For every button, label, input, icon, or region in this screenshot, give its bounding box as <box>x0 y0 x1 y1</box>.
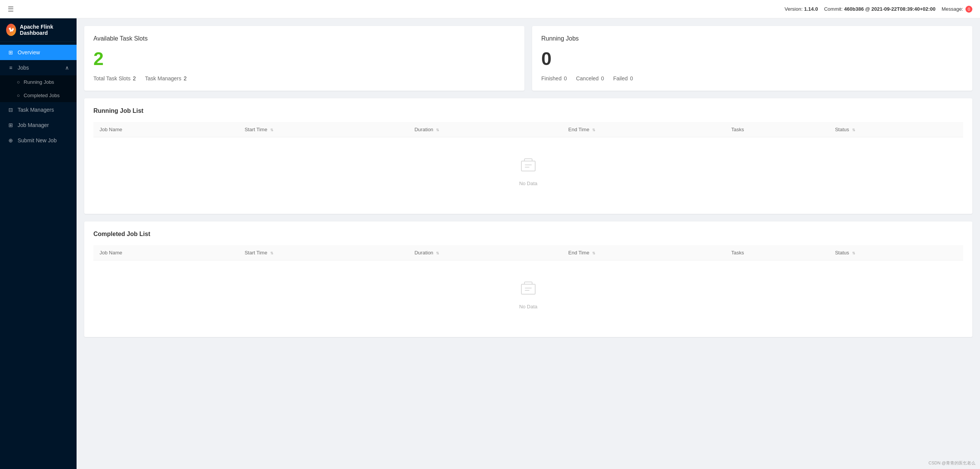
overview-cards: Available Task Slots 2 Total Task Slots … <box>84 26 972 91</box>
commit-info: Commit: 460b386 @ 2021-09-22T08:39:40+02… <box>824 6 936 12</box>
running-jobs-stats: Finished 0 Canceled 0 Failed 0 <box>541 75 963 81</box>
available-task-slots-count: 2 <box>93 48 515 69</box>
completed-job-table-header-row: Job Name Start Time ⇅ Duration ⇅ End Tim… <box>93 245 963 261</box>
completed-job-list-section: Completed Job List Job Name Start Time ⇅… <box>84 221 972 337</box>
col-start-time[interactable]: Start Time ⇅ <box>238 122 408 137</box>
hamburger-icon[interactable]: ☰ <box>8 5 14 13</box>
jobs-children: ○ Running Jobs ○ Completed Jobs <box>0 75 77 102</box>
header-left: ☰ <box>8 5 14 13</box>
sidebar-item-running-jobs[interactable]: ○ Running Jobs <box>0 75 77 89</box>
completed-col-tasks: Tasks <box>725 245 829 261</box>
chevron-up-icon: ∧ <box>65 65 69 71</box>
sidebar-item-overview[interactable]: ⊞ Overview <box>0 45 77 60</box>
col-status[interactable]: Status ⇅ <box>829 122 963 137</box>
completed-job-table-head: Job Name Start Time ⇅ Duration ⇅ End Tim… <box>93 245 963 261</box>
sidebar-logo: 🐿 Apache Flink Dashboard <box>0 18 77 42</box>
sidebar-group-jobs: ≡ Jobs ∧ ○ Running Jobs ○ Completed Jobs <box>0 60 77 102</box>
finished-value: 0 <box>564 75 567 81</box>
canceled-value: 0 <box>601 75 604 81</box>
failed-stat: Failed 0 <box>613 75 633 81</box>
job-manager-label: Job Manager <box>18 122 49 128</box>
completed-col-status[interactable]: Status ⇅ <box>829 245 963 261</box>
running-job-list-title: Running Job List <box>93 107 963 114</box>
completed-job-no-data: No Data <box>93 261 963 328</box>
running-jobs-icon: ○ <box>17 79 20 85</box>
running-job-table: Job Name Start Time ⇅ Duration ⇅ End Tim… <box>93 122 963 137</box>
jobs-label: Jobs <box>18 65 29 71</box>
task-managers-stat: Task Managers 2 <box>145 75 187 81</box>
svg-rect-0 <box>521 161 535 171</box>
watermark-text: CSDN @青青的医乞老么 <box>929 461 975 465</box>
completed-col-start-time[interactable]: Start Time ⇅ <box>238 245 408 261</box>
task-managers-stat-value: 2 <box>184 75 187 81</box>
sidebar-item-submit-new-job[interactable]: ⊕ Submit New Job <box>0 133 77 148</box>
version-info: Version: 1.14.0 <box>785 6 818 12</box>
running-jobs-card-title: Running Jobs <box>541 35 963 42</box>
total-task-slots-value: 2 <box>133 75 136 81</box>
job-manager-icon: ⊞ <box>8 122 14 128</box>
col-end-time[interactable]: End Time ⇅ <box>562 122 725 137</box>
completed-col-job-name: Job Name <box>93 245 238 261</box>
commit-value: 460b386 @ 2021-09-22T08:39:40+02:00 <box>844 6 936 12</box>
completed-no-data-icon <box>519 279 537 301</box>
overview-label: Overview <box>18 49 40 55</box>
available-task-slots-card: Available Task Slots 2 Total Task Slots … <box>84 26 524 91</box>
no-data-icon <box>519 156 537 178</box>
finished-label: Finished <box>541 75 562 81</box>
sidebar-item-completed-jobs[interactable]: ○ Completed Jobs <box>0 89 77 102</box>
top-header: ☰ Version: 1.14.0 Commit: 460b386 @ 2021… <box>0 0 980 18</box>
canceled-label: Canceled <box>576 75 599 81</box>
completed-job-list-title: Completed Job List <box>93 231 963 238</box>
header-right: Version: 1.14.0 Commit: 460b386 @ 2021-0… <box>785 6 972 13</box>
message-info: Message: 0 <box>942 6 972 13</box>
sidebar-item-task-managers[interactable]: ⊟ Task Managers <box>0 102 77 117</box>
running-jobs-label: Running Jobs <box>24 79 54 85</box>
main-layout: 🐿 Apache Flink Dashboard ⊞ Overview ≡ Jo… <box>0 0 980 469</box>
submit-icon: ⊕ <box>8 137 14 143</box>
completed-job-table: Job Name Start Time ⇅ Duration ⇅ End Tim… <box>93 245 963 261</box>
col-job-name: Job Name <box>93 122 238 137</box>
col-duration[interactable]: Duration ⇅ <box>408 122 562 137</box>
completed-jobs-label: Completed Jobs <box>24 93 60 98</box>
sidebar-navigation: ⊞ Overview ≡ Jobs ∧ ○ Running Jobs <box>0 42 77 469</box>
available-task-slots-title: Available Task Slots <box>93 35 515 42</box>
running-jobs-card: Running Jobs 0 Finished 0 Canceled 0 Fai… <box>532 26 972 91</box>
commit-label: Commit: <box>824 6 843 12</box>
running-job-list-section: Running Job List Job Name Start Time ⇅ D… <box>84 98 972 214</box>
canceled-stat: Canceled 0 <box>576 75 604 81</box>
failed-label: Failed <box>613 75 628 81</box>
message-label: Message: <box>942 6 963 12</box>
completed-col-duration[interactable]: Duration ⇅ <box>408 245 562 261</box>
task-managers-label: Task Managers <box>18 107 54 113</box>
jobs-icon: ≡ <box>8 65 14 71</box>
sidebar: 🐿 Apache Flink Dashboard ⊞ Overview ≡ Jo… <box>0 18 77 469</box>
sidebar-logo-text: Apache Flink Dashboard <box>20 24 70 36</box>
overview-icon: ⊞ <box>8 49 14 55</box>
total-task-slots-stat: Total Task Slots 2 <box>93 75 136 81</box>
completed-col-end-time[interactable]: End Time ⇅ <box>562 245 725 261</box>
message-count[interactable]: 0 <box>965 6 972 13</box>
completed-no-data-text: No Data <box>519 304 537 309</box>
task-managers-stat-label: Task Managers <box>145 75 181 81</box>
submit-new-job-label: Submit New Job <box>18 137 57 143</box>
footer-watermark: CSDN @青青的医乞老么 <box>929 460 975 466</box>
running-no-data-text: No Data <box>519 181 537 186</box>
running-jobs-count: 0 <box>541 48 963 69</box>
logo-image: 🐿 <box>6 24 16 36</box>
failed-value: 0 <box>630 75 633 81</box>
running-job-no-data: No Data <box>93 137 963 205</box>
running-job-table-head: Job Name Start Time ⇅ Duration ⇅ End Tim… <box>93 122 963 137</box>
col-tasks: Tasks <box>725 122 829 137</box>
completed-jobs-icon: ○ <box>17 93 20 98</box>
main-content: Available Task Slots 2 Total Task Slots … <box>77 18 980 469</box>
sidebar-group-jobs-header[interactable]: ≡ Jobs ∧ <box>0 60 77 75</box>
total-task-slots-label: Total Task Slots <box>93 75 131 81</box>
version-label: Version: <box>785 6 803 12</box>
running-job-table-header-row: Job Name Start Time ⇅ Duration ⇅ End Tim… <box>93 122 963 137</box>
finished-stat: Finished 0 <box>541 75 567 81</box>
task-managers-icon: ⊟ <box>8 107 14 113</box>
version-value: 1.14.0 <box>804 6 818 12</box>
task-slot-stats: Total Task Slots 2 Task Managers 2 <box>93 75 515 81</box>
svg-rect-1 <box>521 284 535 294</box>
sidebar-item-job-manager[interactable]: ⊞ Job Manager <box>0 117 77 133</box>
